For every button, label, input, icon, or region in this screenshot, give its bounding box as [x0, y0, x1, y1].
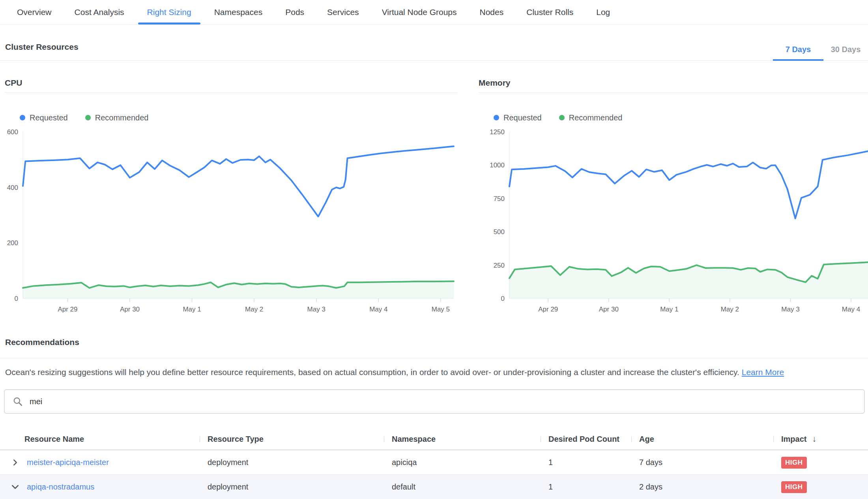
search-input[interactable] — [29, 397, 864, 407]
y-tick-label: 200 — [7, 239, 18, 247]
desired-pod-count-cell: 1 — [541, 458, 631, 467]
tab-log[interactable]: Log — [585, 0, 621, 24]
cluster-resources-title: Cluster Resources — [5, 42, 79, 52]
age-cell: 2 days — [631, 482, 773, 491]
column-header-resource-type[interactable]: Resource Type — [200, 435, 384, 444]
recommendations-section: Recommendations Ocean's resizing suggest… — [0, 338, 868, 377]
legend-label: Recommended — [95, 113, 149, 122]
column-header-resource-name[interactable]: Resource Name — [0, 435, 200, 444]
y-tick-label: 600 — [7, 128, 18, 136]
recommendations-description: Ocean's resizing suggestions will help y… — [5, 367, 863, 377]
legend-label: Requested — [503, 113, 542, 122]
memory-chart-title: Memory — [479, 78, 868, 93]
requested-line — [23, 146, 454, 217]
range-tab-30-days[interactable]: 30 Days — [823, 45, 868, 60]
x-tick-label: Apr 30 — [120, 306, 140, 313]
namespace-cell: default — [384, 482, 541, 491]
resource-name-cell: meister-apiciqa-meister — [0, 458, 200, 467]
x-tick-label: Apr 29 — [538, 306, 558, 313]
x-tick-label: May 5 — [432, 306, 450, 313]
x-tick-label: May 4 — [369, 306, 387, 313]
memory-chart-legend: RequestedRecommended — [494, 113, 868, 123]
impact-header-label: Impact — [781, 435, 806, 444]
time-range-toggle: 7 Days 30 Days — [773, 45, 868, 60]
recommended-legend-dot — [559, 115, 565, 120]
impact-cell: HIGH — [773, 457, 868, 469]
x-tick-label: Apr 29 — [58, 306, 77, 313]
legend-item-requested[interactable]: Requested — [20, 113, 68, 122]
y-tick-label: 0 — [501, 295, 505, 302]
x-tick-label: May 1 — [183, 306, 201, 313]
tab-nodes[interactable]: Nodes — [468, 0, 515, 24]
y-tick-label: 400 — [7, 184, 18, 191]
x-tick-label: May 3 — [781, 306, 799, 313]
recommendations-title: Recommendations — [5, 338, 868, 347]
impact-cell: HIGH — [773, 481, 868, 493]
age-cell: 7 days — [631, 458, 773, 467]
resource-type-cell: deployment — [200, 482, 384, 491]
learn-more-link[interactable]: Learn More — [742, 368, 784, 377]
requested-legend-dot — [20, 115, 25, 120]
tab-services[interactable]: Services — [316, 0, 370, 24]
x-tick-label: May 4 — [842, 306, 860, 313]
legend-label: Recommended — [569, 113, 623, 122]
memory-line-chart: 025050075010001250Apr 29Apr 30May 1May 2… — [479, 125, 868, 313]
chevron-right-icon[interactable] — [11, 459, 19, 467]
cpu-chart-title: CPU — [5, 78, 458, 93]
column-header-namespace[interactable]: Namespace — [384, 435, 541, 444]
tab-pods[interactable]: Pods — [274, 0, 316, 24]
column-header-desired-pod-count[interactable]: Desired Pod Count — [541, 435, 631, 444]
desired-pod-count-cell: 1 — [541, 482, 631, 491]
x-tick-label: May 2 — [721, 306, 739, 313]
tab-bar: Overview Cost Analysis Right Sizing Name… — [0, 0, 868, 25]
x-tick-label: May 2 — [245, 306, 263, 313]
cluster-resources-charts: CPU RequestedRecommended 0200400600Apr 2… — [0, 61, 868, 313]
x-tick-label: May 1 — [660, 306, 678, 313]
memory-chart-block: Memory RequestedRecommended 025050075010… — [479, 61, 868, 313]
table-row[interactable]: apiqa-nostradamus deployment default 1 2… — [0, 475, 868, 499]
cpu-chart-block: CPU RequestedRecommended 0200400600Apr 2… — [5, 61, 458, 313]
tab-cluster-rolls[interactable]: Cluster Rolls — [515, 0, 585, 24]
requested-line — [509, 151, 868, 218]
divider — [0, 358, 868, 358]
cluster-resources-header: Cluster Resources 7 Days 30 Days — [0, 25, 868, 61]
legend-item-recommended[interactable]: Recommended — [559, 113, 623, 122]
table-header-row: Resource Name Resource Type Namespace De… — [0, 429, 868, 450]
search-icon — [13, 396, 23, 407]
impact-high-badge: HIGH — [781, 457, 807, 469]
column-header-impact[interactable]: Impact↓ — [773, 434, 868, 444]
right-sizing-page: Overview Cost Analysis Right Sizing Name… — [0, 0, 868, 499]
y-tick-label: 250 — [494, 262, 505, 269]
y-tick-label: 1000 — [490, 161, 505, 169]
legend-item-recommended[interactable]: Recommended — [85, 113, 149, 122]
tab-virtual-node-groups[interactable]: Virtual Node Groups — [370, 0, 468, 24]
tab-namespaces[interactable]: Namespaces — [203, 0, 274, 24]
x-tick-label: May 3 — [307, 306, 326, 313]
cpu-line-chart: 0200400600Apr 29Apr 30May 1May 2May 3May… — [5, 125, 458, 313]
legend-item-requested[interactable]: Requested — [494, 113, 542, 122]
resource-type-cell: deployment — [200, 458, 384, 467]
requested-legend-dot — [494, 115, 499, 120]
y-tick-label: 1250 — [490, 128, 505, 136]
x-tick-label: Apr 30 — [599, 306, 619, 313]
y-tick-label: 500 — [494, 228, 505, 236]
tab-right-sizing[interactable]: Right Sizing — [136, 0, 203, 24]
tab-cost-analysis[interactable]: Cost Analysis — [63, 0, 136, 24]
column-header-age[interactable]: Age — [631, 435, 773, 444]
description-text: Ocean's resizing suggestions will help y… — [5, 368, 739, 377]
impact-high-badge: HIGH — [781, 481, 807, 493]
resource-name-link[interactable]: meister-apiciqa-meister — [27, 458, 109, 467]
chevron-down-icon[interactable] — [11, 483, 19, 491]
legend-label: Requested — [30, 113, 68, 122]
y-tick-label: 0 — [15, 295, 18, 302]
sort-desc-icon[interactable]: ↓ — [812, 434, 816, 444]
y-tick-label: 750 — [494, 195, 505, 203]
range-tab-7-days[interactable]: 7 Days — [773, 45, 823, 60]
namespace-cell: apiciqa — [384, 458, 541, 467]
resource-name-cell: apiqa-nostradamus — [0, 482, 200, 491]
resource-name-link[interactable]: apiqa-nostradamus — [27, 482, 94, 491]
recommended-legend-dot — [85, 115, 91, 120]
cpu-chart-legend: RequestedRecommended — [20, 113, 458, 123]
tab-overview[interactable]: Overview — [6, 0, 63, 24]
table-row[interactable]: meister-apiciqa-meister deployment apici… — [0, 450, 868, 475]
